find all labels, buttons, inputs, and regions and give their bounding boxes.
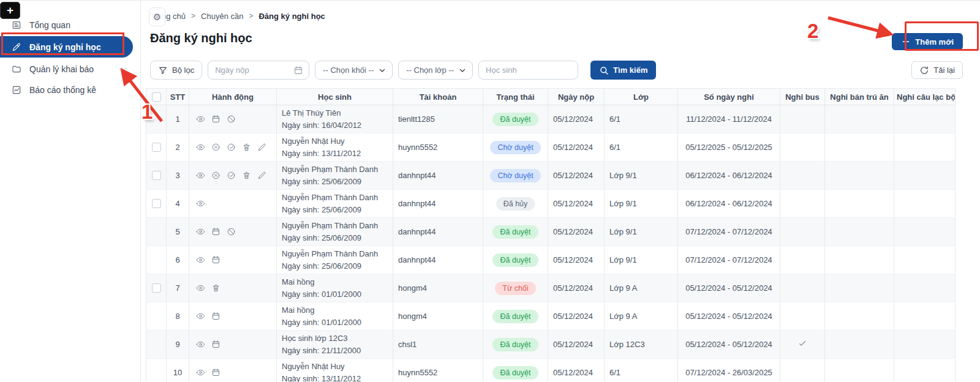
cell-actions (189, 133, 277, 162)
action-view-button[interactable] (196, 227, 205, 236)
sidebar-item-label: Đăng ký nghỉ học (29, 42, 101, 52)
cell-days: 05/12/2024 - 05/12/2024 (678, 274, 780, 302)
column-header: Số ngày nghỉ (678, 89, 780, 105)
cell-class: 6/1 (605, 133, 678, 162)
settings-button[interactable]: ⚙ (149, 7, 165, 26)
cell-bus (780, 302, 825, 331)
cell-actions (189, 218, 277, 246)
breadcrumb-item[interactable]: Đăng ký nghỉ học (258, 12, 325, 21)
date-input[interactable] (215, 66, 290, 75)
action-delete-button[interactable] (211, 283, 221, 293)
sidebar-item-1[interactable]: Tổng quan (0, 15, 134, 34)
check-icon (798, 339, 807, 348)
row-checkbox[interactable] (152, 171, 161, 180)
sidebar-item-3[interactable]: Quản lý khai báo (0, 59, 134, 78)
cell-club (894, 302, 956, 331)
cell-student: Nguyễn Phạm Thành DanhNgày sinh: 25/06/2… (277, 190, 393, 218)
action-schedule-button[interactable] (211, 312, 221, 321)
action-delete-button[interactable] (242, 143, 251, 152)
sidebar-item-4[interactable]: Báo cáo thống kê (0, 80, 134, 99)
action-block-button[interactable] (227, 114, 236, 124)
action-edit-button[interactable] (257, 171, 266, 180)
action-reject-button[interactable] (211, 143, 221, 152)
action-reject-button[interactable] (211, 171, 221, 180)
cell-checkbox (146, 302, 167, 331)
sidebar: + Tổng quanĐăng ký nghỉ họcQuản lý khai … (0, 1, 141, 382)
cell-semiboarding (825, 246, 894, 274)
select-all-checkbox[interactable] (152, 92, 161, 102)
column-header: Nghỉ bán trú ăn (825, 89, 894, 105)
date-filter-field[interactable] (208, 61, 309, 80)
action-schedule-button[interactable] (211, 114, 221, 124)
row-checkbox[interactable] (152, 143, 161, 152)
cell-class: Lớp 9/1 (605, 246, 678, 274)
cell-days: 07/12/2024 - 07/12/2024 (678, 246, 780, 274)
cell-bus (780, 331, 825, 359)
action-schedule-button[interactable] (211, 368, 221, 377)
cell-checkbox (146, 218, 167, 246)
grade-select[interactable]: -- Chọn khối -- (315, 61, 393, 80)
filter-button[interactable]: Bộ lọc (150, 61, 202, 80)
add-new-button[interactable]: Thêm mới (892, 33, 963, 50)
cell-days: 06/12/2024 - 06/12/2024 (678, 162, 780, 190)
action-schedule-button[interactable] (211, 255, 221, 264)
cell-bus (780, 190, 825, 218)
action-view-button[interactable] (196, 340, 205, 349)
header-select-all (146, 89, 167, 105)
breadcrumb-item[interactable]: Chuyên cần (201, 12, 243, 21)
add-widget-button[interactable]: + (0, 2, 20, 19)
action-view-button[interactable] (196, 171, 205, 180)
reload-button[interactable]: Tải lại (911, 61, 963, 79)
status-badge: Từ chối (495, 282, 535, 295)
leave-requests-table: STTHành độngHọc sinhTài khoảnTrạng tháiN… (146, 88, 956, 382)
sidebar-item-2[interactable]: Đăng ký nghỉ học (0, 36, 133, 58)
breadcrumb-separator: > (249, 12, 253, 20)
cell-actions (189, 302, 277, 331)
cell-checkbox (146, 190, 167, 218)
plus-icon (901, 37, 911, 47)
title-row: Đăng ký nghỉ học Thêm mới (146, 31, 971, 56)
action-schedule-button[interactable] (211, 340, 221, 349)
sidebar-item-label: Báo cáo thống kê (29, 85, 96, 95)
cell-days: 05/12/2024 - 05/12/2024 (678, 331, 780, 359)
action-view-button[interactable] (196, 255, 205, 264)
class-select[interactable]: -- Chọn lớp -- (398, 61, 473, 80)
cell-club (894, 274, 956, 302)
cell-stt: 10 (167, 359, 189, 382)
cell-days: 07/12/2024 - 07/12/2024 (678, 218, 780, 246)
student-filter-field[interactable] (478, 61, 578, 80)
cell-account: danhnpt44 (393, 246, 483, 274)
action-view-button[interactable] (196, 143, 205, 152)
cell-status: Chờ duyệt (483, 162, 548, 190)
action-approve-button[interactable] (227, 171, 236, 180)
status-badge: Đã duyệt (492, 253, 538, 267)
cell-club (894, 218, 956, 246)
cell-class: 6/1 (605, 105, 678, 133)
calendar-icon (293, 66, 303, 75)
search-icon (599, 66, 609, 75)
status-badge: Đã duyệt (492, 113, 538, 126)
cell-class: Lớp 12C3 (605, 331, 678, 359)
cell-class: 6/1 (605, 359, 678, 382)
cell-status: Đã duyệt (483, 218, 548, 246)
cell-actions (189, 274, 277, 302)
action-view-button[interactable] (196, 114, 205, 124)
action-edit-button[interactable] (257, 143, 266, 152)
row-checkbox[interactable] (152, 283, 161, 293)
row-checkbox[interactable] (152, 199, 161, 208)
student-input[interactable] (486, 66, 571, 75)
action-view-button[interactable] (196, 368, 205, 377)
cell-semiboarding (825, 105, 894, 133)
status-badge: Chờ duyệt (490, 169, 540, 182)
action-block-button[interactable] (227, 227, 236, 236)
search-button[interactable]: Tìm kiếm (590, 61, 656, 80)
cell-stt: 9 (167, 331, 189, 359)
cell-checkbox (146, 331, 167, 359)
action-delete-button[interactable] (242, 171, 251, 180)
action-schedule-button[interactable] (211, 227, 221, 236)
action-view-button[interactable] (196, 312, 205, 321)
cell-class: Lớp 9/1 (605, 190, 678, 218)
action-approve-button[interactable] (227, 143, 236, 152)
action-view-button[interactable] (196, 199, 205, 208)
action-view-button[interactable] (196, 283, 205, 293)
